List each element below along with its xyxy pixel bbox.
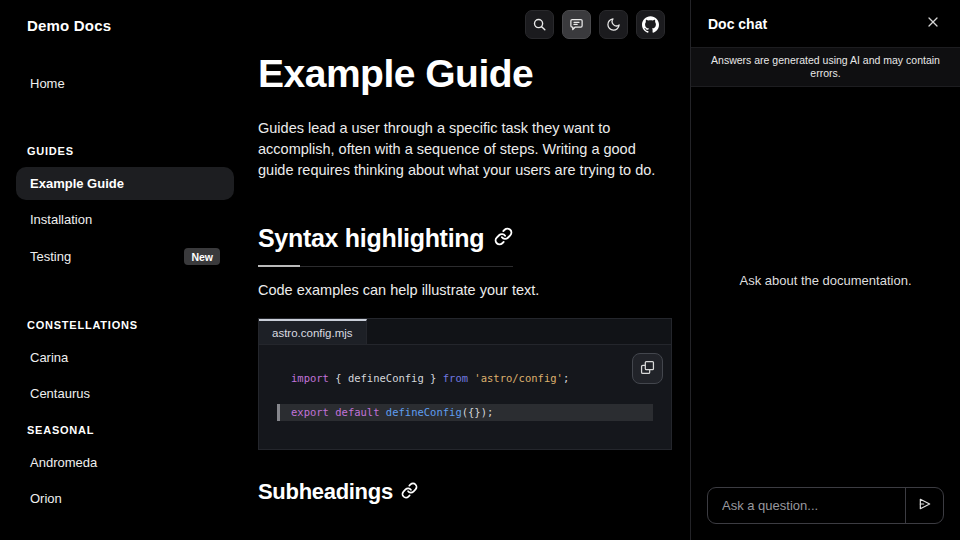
sidebar: Demo Docs HomeGUIDESExample GuideInstall… — [0, 0, 250, 540]
ask-question-input[interactable] — [708, 488, 905, 523]
github-button[interactable] — [636, 10, 665, 39]
copy-code-button[interactable] — [632, 353, 663, 384]
sidebar-item-label: Installation — [30, 212, 92, 227]
code-line: import { defineConfig } from 'astro/conf… — [259, 370, 671, 387]
chat-empty-text: Ask about the documentation. — [739, 273, 911, 288]
ask-question-box — [707, 487, 944, 524]
sidebar-item-centaurus[interactable]: Centaurus — [16, 377, 234, 410]
section-heading-row: Syntax highlighting — [258, 224, 513, 267]
doc-chat-icon — [569, 17, 584, 32]
code-line-highlighted: export default defineConfig({}); — [277, 404, 653, 421]
toolbar — [525, 10, 665, 39]
sidebar-section-constellations: CONSTELLATIONS — [16, 319, 234, 331]
section-description: Code examples can help illustrate your t… — [258, 280, 672, 301]
sidebar-item-label: Home — [30, 76, 65, 91]
anchor-link-icon[interactable] — [401, 482, 418, 503]
close-chat-button[interactable] — [923, 12, 943, 35]
code-content: import { defineConfig } from 'astro/conf… — [259, 370, 671, 421]
intro-paragraph: Guides lead a user through a specific ta… — [258, 118, 672, 181]
sidebar-item-label: Example Guide — [30, 176, 124, 191]
sidebar-item-orion[interactable]: Orion — [16, 482, 234, 515]
search-icon — [532, 17, 547, 32]
sidebar-item-example-guide[interactable]: Example Guide — [16, 167, 234, 200]
sidebar-item-label: Centaurus — [30, 386, 90, 401]
moon-icon — [606, 17, 621, 32]
sidebar-item-testing[interactable]: TestingNew — [16, 239, 234, 274]
chat-empty-state: Ask about the documentation. — [691, 87, 960, 474]
anchor-link-icon[interactable] — [494, 227, 513, 250]
send-question-button[interactable] — [905, 488, 943, 523]
sidebar-item-label: Testing — [30, 249, 71, 264]
code-line — [259, 387, 671, 404]
code-editor: import { defineConfig } from 'astro/conf… — [258, 344, 672, 450]
sidebar-item-label: Carina — [30, 350, 68, 365]
doc-chat-title: Doc chat — [708, 16, 767, 32]
github-icon — [642, 16, 659, 33]
article: Example Guide Guides lead a user through… — [258, 53, 672, 505]
copy-icon — [640, 360, 655, 378]
send-icon — [917, 496, 933, 515]
page-title: Example Guide — [258, 53, 672, 95]
code-block: astro.config.mjs import { defineConfig }… — [258, 318, 672, 450]
ai-disclaimer: Answers are generated using AI and may c… — [691, 47, 960, 87]
subheading-row: Subheadings — [258, 479, 672, 505]
sidebar-item-andromeda[interactable]: Andromeda — [16, 446, 234, 479]
doc-chat-header: Doc chat — [691, 0, 960, 47]
sidebar-item-label: Andromeda — [30, 455, 97, 470]
sidebar-item-label: Orion — [30, 491, 62, 506]
code-tab-filename: astro.config.mjs — [259, 319, 367, 344]
sidebar-item-home[interactable]: Home — [16, 67, 234, 100]
sidebar-nav: HomeGUIDESExample GuideInstallationTesti… — [0, 67, 250, 515]
doc-chat-panel: Doc chat Answers are generated using AI … — [690, 0, 960, 540]
sidebar-item-carina[interactable]: Carina — [16, 341, 234, 374]
sidebar-section-guides: GUIDES — [16, 145, 234, 157]
app-root: Demo Docs HomeGUIDESExample GuideInstall… — [0, 0, 960, 540]
section-heading: Syntax highlighting — [258, 224, 484, 253]
main-area: Example Guide Guides lead a user through… — [250, 0, 690, 540]
site-title: Demo Docs — [0, 0, 250, 34]
code-tab-bar: astro.config.mjs — [258, 318, 672, 344]
theme-toggle-button[interactable] — [599, 10, 628, 39]
chat-footer — [691, 474, 960, 540]
sidebar-item-installation[interactable]: Installation — [16, 203, 234, 236]
sidebar-section-seasonal: SEASONAL — [16, 424, 234, 436]
search-button[interactable] — [525, 10, 554, 39]
close-icon — [925, 14, 941, 33]
subheading: Subheadings — [258, 479, 393, 505]
doc-chat-toggle-button[interactable] — [562, 10, 591, 39]
new-badge: New — [184, 248, 220, 265]
